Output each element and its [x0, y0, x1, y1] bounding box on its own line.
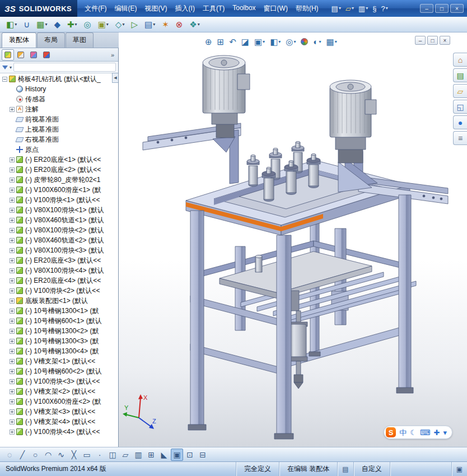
expander-icon[interactable] [10, 248, 15, 253]
trim-entities-icon[interactable]: ╳ [68, 449, 80, 461]
table-icon[interactable]: ⊡ [184, 449, 196, 461]
tree-item[interactable]: (-) V槽支架<2> (默认<< [0, 386, 118, 396]
tree-item[interactable]: 传感器 [0, 94, 118, 104]
graphics-viewport[interactable]: ⊕ ▾ ⊞ ▾ ↶ ▾ ◪ ▾ ▣ ▾ ◧ [119, 32, 467, 447]
panel-overflow-button[interactable]: » [109, 52, 116, 58]
displaymanager-tab[interactable] [40, 49, 53, 60]
tree-item[interactable]: (-) V80X100滑块<3> (默认 [0, 245, 118, 255]
insert-components-icon[interactable]: ◧ ▾ [3, 18, 20, 31]
document-minimize-button[interactable]: – [415, 36, 426, 45]
expander-icon[interactable] [10, 419, 15, 424]
previous-view-icon[interactable]: ↶ ▾ [227, 36, 239, 47]
print-button[interactable]: § ▾ [370, 3, 379, 14]
mate-icon[interactable]: ∪ ▾ [21, 18, 32, 31]
help-button[interactable]: ? ▾ [379, 3, 390, 14]
filter-input[interactable] [13, 63, 116, 72]
tree-root-item[interactable]: 椅板4孔钻孔机 (默认<默认_ [0, 74, 118, 84]
instant3d-icon[interactable]: ❖ ▾ [186, 18, 202, 31]
tree-item[interactable]: 右视基准面 [0, 134, 118, 144]
expander-icon[interactable] [10, 389, 15, 394]
maximize-button[interactable]: □ [435, 4, 449, 13]
tab-assembly[interactable]: 装配体 [2, 32, 36, 48]
menu-view[interactable]: 视图(V) [141, 2, 171, 15]
expander-icon[interactable] [10, 409, 15, 414]
featuremanager-tab[interactable] [2, 49, 14, 60]
smart-dimension-icon[interactable]: ◌ [3, 449, 16, 461]
expander-icon[interactable] [10, 339, 15, 344]
convert-entities-icon[interactable]: ⊞ [145, 449, 157, 461]
expander-icon[interactable] [10, 218, 15, 223]
expander-icon[interactable] [10, 178, 15, 183]
view-palette-tab[interactable]: ◱ [453, 100, 467, 114]
linear-sketch-pattern-icon[interactable]: ▥ [132, 449, 144, 461]
view-orientation-icon[interactable]: ▣ ▾ [252, 36, 267, 47]
tree-item[interactable]: 注解 [0, 104, 118, 114]
solidworks-resources-tab[interactable]: ⌂ [453, 53, 467, 67]
move-component-icon[interactable]: ✚ ▾ [64, 18, 80, 31]
tree-item[interactable]: (-) V100X600滑座<2> (默 [0, 396, 118, 407]
tree-item[interactable]: (-) V100滑块<3> (默认<< [0, 376, 118, 386]
file-explorer-tab[interactable]: ▱ [453, 84, 467, 98]
exploded-view-icon[interactable]: ✶ ▾ [159, 18, 172, 31]
expander-icon[interactable] [10, 319, 15, 324]
save-button[interactable]: ▥ ▾ [356, 3, 370, 14]
tree-item[interactable]: (-) V80X100滑块<1> (默认 [0, 205, 118, 215]
section-view-icon[interactable]: ◪ ▾ [239, 36, 251, 47]
minimize-button[interactable]: – [420, 4, 433, 13]
tree-item[interactable]: (-) 10号槽钢600<1> (默认 [0, 316, 118, 326]
tree-item[interactable]: (-) ER20底座<2> (默认<< [0, 165, 118, 175]
tree-item[interactable]: (-) ER20底座<3> (默认<< [0, 255, 118, 265]
menu-file[interactable]: 文件(F) [81, 2, 110, 15]
expander-icon[interactable] [10, 379, 15, 384]
expander-icon[interactable] [10, 167, 15, 172]
menu-insert[interactable]: 插入(I) [171, 2, 199, 15]
tree-item[interactable]: (-) ER20底座<1> (默认<< [0, 155, 118, 165]
line-tool-icon[interactable]: ╱ [16, 449, 29, 461]
rectangle-tool-icon[interactable]: ▭ [81, 449, 93, 461]
expander-icon[interactable] [10, 268, 15, 273]
tree-item[interactable]: (-) V100滑块<4> (默认<< [0, 427, 118, 437]
expander-icon[interactable] [10, 188, 15, 193]
apply-scene-icon[interactable]: ◐ ▾ [311, 36, 323, 47]
expander-icon[interactable] [10, 309, 15, 314]
tree-item[interactable]: (-) V100X600滑座<1> (默 [0, 185, 118, 195]
tree-item[interactable]: (-) 皮带轮80_皮带轮02<1 [0, 175, 118, 185]
point-tool-icon[interactable]: · [94, 449, 106, 461]
menu-help[interactable]: 帮助(H) [292, 2, 323, 15]
document-close-button[interactable]: × [440, 36, 450, 45]
display-style-icon[interactable]: ◧ ▾ [268, 36, 283, 47]
status-sheet-icon[interactable]: ▤ [337, 462, 353, 476]
mirror-entities-icon[interactable]: ◫ [106, 449, 119, 461]
expander-icon[interactable] [10, 208, 15, 213]
new-document-button[interactable]: ▤ ▾ [329, 3, 343, 14]
tree-item[interactable]: (-) 10号槽钢1300<4> (默 [0, 346, 118, 356]
appearances-tab[interactable]: ● [453, 115, 467, 129]
tree-item[interactable]: (-) V槽支架<1> (默认<< [0, 356, 118, 366]
design-library-tab[interactable]: ▤ [453, 68, 467, 82]
expander-icon[interactable] [2, 77, 7, 82]
tab-sketch[interactable]: 草图 [66, 32, 94, 48]
expander-icon[interactable] [10, 399, 15, 404]
tree-item[interactable]: (-) V80X100滑块<4> (默认 [0, 265, 118, 276]
open-document-button[interactable]: ▱ ▾ [343, 3, 356, 14]
tree-item[interactable]: 原点 [0, 144, 118, 155]
tree-item[interactable]: (-) 10号槽钢1300<3> (默 [0, 336, 118, 346]
propertymanager-tab[interactable] [15, 49, 27, 60]
tree-item[interactable]: (-) 10号槽钢1300<2> (默 [0, 326, 118, 336]
bill-of-materials-icon[interactable]: ▤ ▾ [142, 18, 158, 31]
expander-icon[interactable] [10, 107, 15, 112]
chamfer-icon[interactable]: ◣ [158, 449, 170, 461]
panel-collapse-arrow[interactable]: ◀ [112, 73, 118, 83]
sogou-logo-icon[interactable]: S [386, 427, 396, 437]
expander-icon[interactable] [10, 258, 15, 263]
tree-item[interactable]: History [0, 84, 118, 94]
tree-item[interactable]: (-) 10号槽钢1300<1> (默 [0, 306, 118, 316]
menu-tools[interactable]: 工具(T) [199, 2, 228, 15]
arc-tool-icon[interactable]: ◠ [42, 449, 54, 461]
tree-item[interactable]: (-) 10号槽钢600<2> (默认 [0, 366, 118, 376]
grid-snap-icon[interactable]: ▣ [171, 449, 183, 461]
document-restore-button[interactable]: □ [427, 36, 438, 45]
ime-tools-icon[interactable]: ✚ [434, 429, 440, 436]
menu-toolbox[interactable]: Toolbox [228, 2, 259, 15]
expander-icon[interactable] [10, 228, 15, 233]
